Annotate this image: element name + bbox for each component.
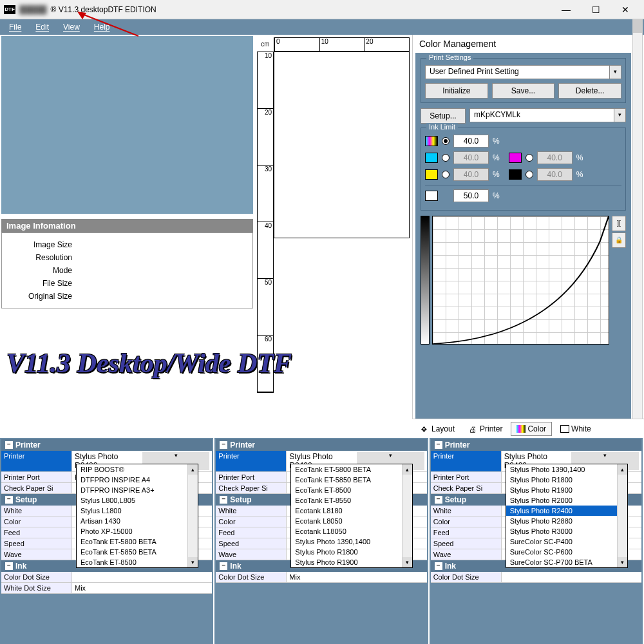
print-settings-group: Print Settings User Defined Print Settin… — [421, 58, 626, 103]
title-blurred: █████ — [19, 5, 47, 14]
ink-yellow-radio[interactable] — [442, 171, 450, 178]
ruler-horizontal: 01020 — [274, 37, 410, 52]
ruler-vertical: 102030405060 — [257, 52, 274, 393]
property-panel-2: −Printer PrinterStylus Photo R2400▾ Prin… — [214, 438, 429, 644]
scroll-up-icon[interactable]: ▴ — [188, 464, 198, 475]
chevron-down-icon[interactable]: ▾ — [609, 66, 621, 79]
tab-layout[interactable]: ❖Layout — [415, 422, 460, 436]
delete-button[interactable]: Delete... — [558, 83, 621, 99]
ink-magenta-radio[interactable] — [526, 154, 533, 162]
info-image-size: Image Size — [2, 238, 252, 251]
ink-cyan-input[interactable]: 40.0 — [453, 151, 489, 164]
ink-global-input[interactable]: 40.0 — [453, 135, 489, 147]
canvas-page[interactable] — [274, 52, 410, 238]
dropdown-option[interactable]: Ecotank L8180 — [291, 506, 412, 516]
ink-cyan-radio[interactable] — [442, 154, 450, 162]
save-button[interactable]: Save... — [492, 83, 555, 99]
tab-white[interactable]: White — [554, 422, 597, 436]
channel-select[interactable]: mKpKCYMLk▾ — [469, 108, 626, 122]
yellow-swatch-icon — [425, 169, 438, 180]
scroll-down-icon[interactable]: ▾ — [188, 557, 198, 567]
printer-icon: 🖨 — [469, 425, 478, 433]
ink-black-radio[interactable] — [526, 171, 533, 178]
dropdown-option[interactable]: RIP BOOST® — [77, 464, 198, 475]
gradient-bar — [421, 216, 430, 345]
menu-file[interactable]: File — [3, 21, 28, 33]
window-title: ® V11.3 desktopDTF EDITION — [51, 5, 156, 14]
minimize-button[interactable]: — — [551, 0, 581, 19]
color-icon — [516, 425, 526, 433]
print-setting-select[interactable]: User Defined Print Setting▾ — [425, 65, 621, 79]
dropdown-option[interactable]: EcoTank ET-5850 BETA — [291, 475, 412, 485]
printer-dropdown-3[interactable]: Stylus Photo 1390,1400Stylus Photo R1800… — [506, 464, 628, 568]
close-button[interactable]: ✕ — [611, 0, 640, 19]
scroll-up-icon[interactable]: ▴ — [618, 464, 627, 475]
magenta-swatch-icon — [509, 153, 522, 163]
dropdown-option[interactable]: DTFPRO INSPIRE A3+ — [77, 485, 198, 495]
dropdown-option[interactable]: EcoTank ET-5850 BETA — [77, 547, 198, 557]
white-icon — [560, 425, 569, 433]
tab-printer[interactable]: 🖨Printer — [463, 422, 508, 436]
chevron-down-icon[interactable]: ▾ — [614, 109, 625, 122]
curve-editor[interactable] — [432, 216, 609, 345]
ink-yellow-input[interactable]: 40.0 — [453, 168, 489, 181]
dropdown-option[interactable]: Photo XP-15000 — [77, 526, 198, 536]
dropdown-option[interactable]: Stylus Photo R3000 — [506, 526, 627, 536]
dropdown-option[interactable]: Stylus Photo R1800 — [291, 547, 412, 557]
dropdown-option[interactable]: Ecotank L8050 — [291, 516, 412, 526]
setup-button[interactable]: Setup... — [421, 108, 466, 124]
dropdown-option[interactable]: Stylus Photo R1900 — [506, 485, 627, 495]
ink-global-radio[interactable] — [442, 137, 450, 145]
printer-dropdown-1[interactable]: RIP BOOST®DTFPRO INSPIRE A4DTFPRO INSPIR… — [76, 464, 198, 568]
menu-help[interactable]: Help — [88, 21, 117, 33]
dropdown-option[interactable]: Ecotank L18050 — [291, 526, 412, 536]
black-swatch-icon — [509, 169, 522, 180]
printer-group-header[interactable]: −Printer — [1, 439, 212, 451]
ink-magenta-input[interactable]: 40.0 — [537, 151, 573, 164]
dropdown-option[interactable]: EcoTank ET-5800 BETA — [291, 464, 412, 475]
tab-color[interactable]: Color — [511, 422, 552, 436]
dropdown-option[interactable]: Stylus L800,L805 — [77, 495, 198, 506]
dropdown-option[interactable]: SureColor SC-P400 — [506, 536, 627, 547]
dropdown-option[interactable]: EcoTank ET-8500 — [291, 485, 412, 495]
dropdown-option[interactable]: Stylus Photo R2880 — [506, 516, 627, 526]
dropdown-option[interactable]: Artisan 1430 — [77, 516, 198, 526]
curve-bracket-button[interactable]: ][ — [612, 216, 626, 231]
image-info-body: Image Size Resolution Mode File Size Ori… — [1, 232, 253, 308]
initialize-button[interactable]: Initialize — [425, 83, 488, 99]
dropdown-option[interactable]: Stylus Photo 1390,1400 — [291, 536, 412, 547]
printer-group-header[interactable]: −Printer — [431, 439, 641, 451]
dropdown-option[interactable]: Stylus Photo R1900 — [291, 557, 412, 567]
scroll-down-icon[interactable]: ▾ — [402, 557, 412, 567]
color-management-title: Color Management — [413, 35, 644, 53]
printer-dropdown-2[interactable]: EcoTank ET-5800 BETAEcoTank ET-5850 BETA… — [290, 464, 413, 568]
dropdown-option[interactable]: Stylus Photo R1800 — [506, 475, 627, 485]
dropdown-option[interactable]: Stylus L1800 — [77, 506, 198, 516]
dropdown-option[interactable]: EcoTank ET-5800 BETA — [77, 536, 198, 547]
curve-lock-button[interactable]: 🔒 — [612, 232, 626, 248]
cyan-swatch-icon — [425, 153, 438, 163]
ink-white-input[interactable]: 50.0 — [453, 189, 489, 202]
rainbow-swatch-icon — [425, 136, 438, 146]
ruler-unit: cm — [257, 37, 274, 52]
menu-edit[interactable]: Edit — [29, 21, 55, 33]
dropdown-option[interactable]: DTFPRO INSPIRE A4 — [77, 475, 198, 485]
dropdown-option[interactable]: EcoTank ET-8550 — [291, 495, 412, 506]
overlay-caption: V11.3 Desktop/Wide DTF — [6, 348, 292, 379]
dropdown-option[interactable]: Stylus Photo R2400 — [506, 506, 627, 516]
layout-icon: ❖ — [421, 425, 430, 433]
app-logo-icon: DTF — [4, 5, 15, 14]
ink-black-input[interactable]: 40.0 — [537, 168, 573, 181]
white-swatch-icon — [425, 191, 438, 201]
dropdown-option[interactable]: SureColor SC-P600 — [506, 547, 627, 557]
dropdown-option[interactable]: EcoTank ET-8500 — [77, 557, 198, 567]
printer-group-header[interactable]: −Printer — [216, 439, 426, 451]
image-preview — [1, 36, 253, 214]
scroll-up-icon[interactable]: ▴ — [402, 464, 412, 475]
dropdown-option[interactable]: Stylus Photo R2000 — [506, 495, 627, 506]
scroll-down-icon[interactable]: ▾ — [618, 557, 627, 567]
menu-view[interactable]: View — [57, 21, 86, 33]
dropdown-option[interactable]: Stylus Photo 1390,1400 — [506, 464, 627, 475]
maximize-button[interactable]: ☐ — [581, 0, 611, 19]
dropdown-option[interactable]: SureColor SC-P700 BETA — [506, 557, 627, 567]
